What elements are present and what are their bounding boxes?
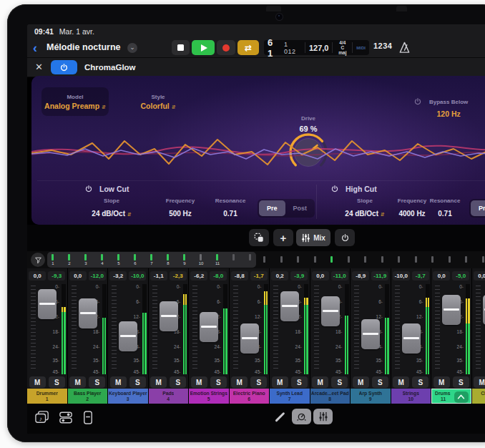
track-name-cell[interactable]: Chorus V12 xyxy=(472,389,485,404)
plugins-view-button[interactable] xyxy=(59,412,73,424)
channel-strip-12[interactable]: 0,0061218243545MSChorus V12 xyxy=(472,268,485,404)
plugin-power-button[interactable] xyxy=(51,60,77,74)
chevron-down-icon[interactable]: ⌄ xyxy=(127,43,137,53)
track-overview-ruler[interactable]: 1234567891011 xyxy=(27,251,485,268)
track-name-cell[interactable]: Arp Synth9 xyxy=(351,389,391,404)
fader-cap[interactable] xyxy=(483,295,485,325)
low-cut-pre-post[interactable]: Pre Post xyxy=(258,199,315,218)
volume-value[interactable]: 0,0 xyxy=(312,271,329,281)
volume-value[interactable]: -8,8 xyxy=(231,271,248,281)
volume-value[interactable]: 0,0 xyxy=(29,271,46,281)
solo-button[interactable]: S xyxy=(129,376,146,388)
volume-value[interactable]: -8,9 xyxy=(352,271,369,281)
high-cut-resonance[interactable]: Resonance 0.71 xyxy=(423,198,466,219)
mute-button[interactable]: M xyxy=(150,376,167,388)
fader-cap[interactable] xyxy=(442,295,461,325)
stop-button[interactable] xyxy=(172,40,190,55)
fader-cap[interactable] xyxy=(321,296,340,326)
bypass-below-control[interactable]: Bypass Below 120 Hz xyxy=(429,94,468,120)
fader-cap[interactable] xyxy=(119,321,137,351)
faders-view-button[interactable] xyxy=(313,409,333,424)
pencil-icon[interactable] xyxy=(275,412,285,422)
count-in-button[interactable]: 1234 xyxy=(373,42,392,50)
pre-option[interactable]: Pre xyxy=(259,200,285,216)
song-title[interactable]: Mélodie nocturne xyxy=(46,39,120,57)
fader-cap[interactable] xyxy=(361,319,380,349)
track-name-cell[interactable]: Bass Player2 xyxy=(68,389,108,404)
pre-option[interactable]: Pre xyxy=(471,200,485,216)
browser-button[interactable]: ♪ xyxy=(34,410,50,424)
volume-value[interactable]: -1,1 xyxy=(150,271,167,281)
back-chevron-icon[interactable]: ‹ xyxy=(33,39,37,57)
solo-button[interactable]: S xyxy=(89,376,105,388)
solo-button[interactable]: S xyxy=(291,376,308,388)
mute-button[interactable]: M xyxy=(272,376,288,388)
bypass-power-icon[interactable] xyxy=(413,97,422,106)
record-button[interactable] xyxy=(217,40,235,55)
channel-strip-4[interactable]: -1,1-2,3061218243545MSPads4 xyxy=(149,268,190,404)
channel-strip-5[interactable]: -6,2-8,0061218243545MSEmotion Strings5 xyxy=(189,268,230,404)
post-option[interactable]: Post xyxy=(287,200,314,216)
channel-strip-7[interactable]: 0,2-3,9061218243545MSSynth Lead7 xyxy=(270,268,310,404)
track-name-cell[interactable]: Drums11 xyxy=(431,389,471,404)
mute-button[interactable]: M xyxy=(312,376,328,388)
fader-cap[interactable] xyxy=(280,291,299,321)
low-cut-resonance[interactable]: Resonance 0.71 xyxy=(209,198,252,219)
fader-cap[interactable] xyxy=(79,298,97,328)
mute-button[interactable]: M xyxy=(29,376,46,388)
high-cut-slope[interactable]: Slope 24 dB/Oct ⇵ xyxy=(339,198,391,219)
fader-cap[interactable] xyxy=(200,312,218,342)
controls-view-button[interactable] xyxy=(292,409,311,424)
volume-value[interactable]: -6,2 xyxy=(190,271,207,281)
high-cut-power-icon[interactable] xyxy=(330,185,339,193)
volume-value[interactable]: -3,2 xyxy=(109,271,127,281)
track-name-cell[interactable]: Keyboard Player3 xyxy=(108,389,148,404)
add-plugin-button[interactable]: + xyxy=(273,229,293,246)
mute-button[interactable]: M xyxy=(393,376,409,388)
fader-cap[interactable] xyxy=(240,323,259,354)
channel-strip-view-button[interactable] xyxy=(83,411,93,424)
channel-strip-10[interactable]: -10,0-3,7061218243545MSStrings10 xyxy=(391,268,432,404)
low-cut-frequency[interactable]: Frequency 500 Hz xyxy=(157,198,203,219)
mute-button[interactable]: M xyxy=(69,376,86,388)
overview-thumb[interactable]: 1234567891011 xyxy=(47,252,256,268)
channel-strip-11[interactable]: 0,0-5,0061218243545MSDrums11 xyxy=(431,268,472,404)
fader-cap[interactable] xyxy=(38,289,57,319)
low-cut-power-icon[interactable] xyxy=(84,185,93,193)
mute-button[interactable]: M xyxy=(231,376,248,388)
solo-button[interactable]: S xyxy=(412,376,428,388)
style-selector[interactable]: Style Colorful ⇵ xyxy=(127,87,189,116)
fader-cap[interactable] xyxy=(160,301,178,331)
channel-strip-6[interactable]: -8,8-1,7061218243545MSElectric Piano6 xyxy=(230,268,270,404)
plugin-tiles-button[interactable] xyxy=(249,229,269,246)
high-cut-pre-post[interactable]: Pre Post xyxy=(469,199,485,218)
mixer-power-button[interactable] xyxy=(335,229,355,246)
low-cut-slope[interactable]: Slope 24 dB/Oct ⇵ xyxy=(86,198,137,219)
track-name-cell[interactable]: Drummer1 xyxy=(27,389,67,404)
solo-button[interactable]: S xyxy=(372,376,388,388)
track-name-cell[interactable]: Emotion Strings5 xyxy=(189,389,229,404)
fader-cap[interactable] xyxy=(402,323,421,354)
lcd-display[interactable]: 6 11 012 127,0 4/4C maj MIDI xyxy=(264,40,369,55)
track-name-cell[interactable]: Electric Piano6 xyxy=(230,389,270,404)
solo-button[interactable]: S xyxy=(453,376,469,388)
collapse-chevron-button[interactable] xyxy=(454,391,469,403)
solo-button[interactable]: S xyxy=(331,376,348,388)
channel-strip-2[interactable]: 0,0-12,0061218243545MSBass Player2 xyxy=(68,268,109,404)
channel-strip-3[interactable]: -3,2-10,0061218243545MSKeyboard Player3 xyxy=(108,268,149,404)
mute-button[interactable]: M xyxy=(110,376,127,388)
metronome-button[interactable] xyxy=(398,41,411,54)
solo-button[interactable]: S xyxy=(49,376,65,388)
solo-button[interactable]: S xyxy=(170,376,186,388)
mute-button[interactable]: M xyxy=(191,376,207,388)
filter-button[interactable] xyxy=(31,253,45,267)
volume-value[interactable]: 0,2 xyxy=(271,271,288,281)
solo-button[interactable]: S xyxy=(210,376,227,388)
mix-button[interactable]: Mix xyxy=(296,229,330,246)
close-icon[interactable]: ✕ xyxy=(35,62,43,72)
mute-button[interactable]: M xyxy=(474,376,485,388)
track-name-cell[interactable]: Synth Lead7 xyxy=(270,389,310,404)
track-name-cell[interactable]: Arcade...eet Pad8 xyxy=(310,389,351,404)
volume-value[interactable]: 0,0 xyxy=(474,271,485,281)
level-control[interactable]: Level 0.0 xyxy=(481,94,485,120)
